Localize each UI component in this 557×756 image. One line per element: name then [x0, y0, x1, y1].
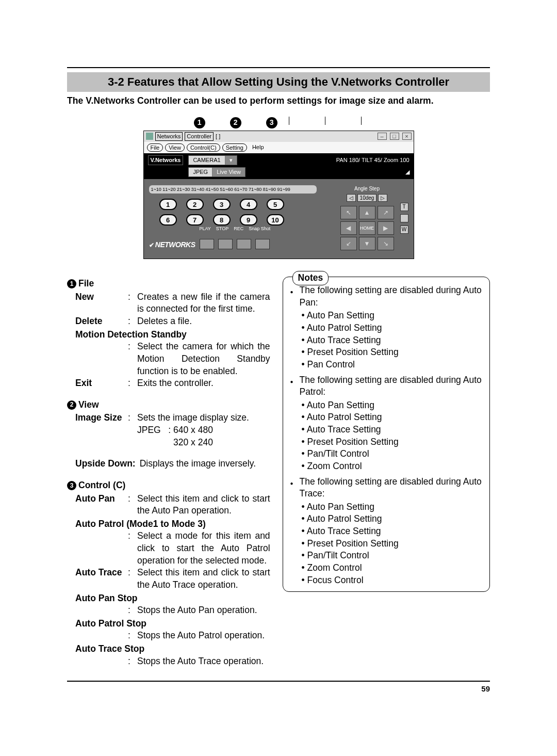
angle-step-label: Angle Step	[326, 185, 408, 192]
page-number: 59	[67, 684, 490, 694]
control-autopan-body: Select this item and click to start the …	[137, 493, 270, 517]
networks-logo: NETWORKS	[149, 240, 195, 250]
dpad-down-right[interactable]: ↘	[378, 237, 394, 250]
preset-4[interactable]: 4	[240, 199, 257, 210]
dpad-home[interactable]: HOME	[359, 221, 375, 235]
angle-step-left-icon[interactable]: ◁	[347, 194, 356, 202]
control-autopatrol-body: Select a mode for this item and click to…	[137, 530, 270, 567]
rec-button[interactable]	[237, 239, 251, 249]
notes-title: Notes	[292, 271, 329, 285]
notes-g3-item: Focus Control	[290, 574, 482, 587]
view-jpeg-2: 320 x 240	[67, 437, 270, 449]
notes-g1-item: Auto Pan Setting	[290, 310, 482, 322]
zoom-bar[interactable]	[400, 214, 408, 222]
titlebar-networks: Networks	[155, 132, 183, 141]
play-button[interactable]	[200, 239, 214, 249]
angle-step-right-icon[interactable]: ▷	[378, 194, 387, 202]
stop-button[interactable]	[218, 239, 233, 249]
notes-g1-item: Auto Patrol Setting	[290, 322, 482, 334]
menu-setting[interactable]: Setting	[222, 143, 247, 152]
preset-1[interactable]: 1	[159, 199, 177, 210]
preset-buttons: 1 2 3 4 5 6 7 8 9 10	[149, 199, 317, 226]
screenshot-figure: 1 2 3 Networks Controller [ ] – □ × File…	[67, 116, 490, 259]
ptz-dpad: ↖ ▲ ↗ ◀ HOME ▶ ↙ ▼ ↘	[326, 206, 408, 250]
preset-tabs[interactable]: 1~10 11~20 21~30 31~40 41~50 51~60 61~70…	[149, 185, 317, 194]
control-autopatrol-term: Auto Patrol (Mode1 to Mode 3)	[67, 518, 270, 530]
view-jpeg-1: JPEG : 640 x 480	[67, 424, 270, 437]
dpad-left[interactable]: ◀	[340, 221, 357, 235]
file-exit-body: Exits the controller.	[137, 377, 270, 390]
ptz-readout: PAN 180/ TILT 45/ Zoom 100	[336, 156, 409, 164]
notes-g3-item: Auto Patrol Setting	[290, 513, 482, 525]
control-autotrace-body: Select this item and click to start the …	[137, 567, 270, 591]
vnetworks-logo: V.Networks	[148, 155, 184, 165]
control-autopatrolstop-term: Auto Patrol Stop	[67, 618, 270, 630]
maximize-button[interactable]: □	[390, 133, 399, 140]
control-autopatrolstop-body: Stops the Auto Patrol operation.	[137, 630, 270, 642]
file-new-body: Creates a new file if the camera is conn…	[137, 291, 270, 315]
menu-view[interactable]: View	[165, 143, 185, 152]
notes-g2-item: Auto Pan Setting	[290, 399, 482, 412]
close-button[interactable]: ×	[402, 133, 412, 140]
file-mds-body: Select the camera for which the Motion D…	[137, 341, 270, 377]
dpad-up-left[interactable]: ↖	[340, 206, 357, 219]
preset-6[interactable]: 6	[159, 214, 177, 226]
preset-7[interactable]: 7	[186, 214, 204, 226]
view-upside-term: Upside Down:	[67, 458, 136, 470]
resize-handle[interactable]: ◢	[405, 168, 409, 176]
transport-labels: PLAY STOP REC Snap Shot	[159, 226, 317, 232]
control-autotracestop-body: Stops the Auto Trace operation.	[137, 655, 270, 668]
file-delete-body: Deletes a file.	[137, 315, 270, 328]
menu-bar: File View Control(C) Setting Help	[144, 142, 414, 154]
zoom-tele[interactable]: T	[400, 203, 408, 211]
preset-8[interactable]: 8	[213, 214, 231, 226]
callout-1: 1	[194, 117, 205, 128]
menu-control[interactable]: Control(C)	[187, 143, 220, 152]
section-title: 3-2 Features that Allow Setting Using th…	[67, 72, 490, 92]
file-mds-term: Motion Detection Standby	[67, 329, 270, 341]
format-selector[interactable]: JPEG Live View	[188, 167, 245, 177]
preset-2[interactable]: 2	[186, 199, 204, 210]
menu-help[interactable]: Help	[249, 143, 267, 152]
notes-g2-lead: The following setting are disabled durin…	[300, 374, 482, 398]
notes-g3-item: Auto Pan Setting	[290, 501, 482, 513]
camera-selector[interactable]: CAMERA1 ▾	[188, 155, 237, 165]
dpad-up[interactable]: ▲	[359, 206, 375, 219]
snapshot-button[interactable]	[255, 239, 270, 249]
notes-g2-item: Pan/Tilt Control	[290, 448, 482, 460]
group-control-head: 3Control (C)	[67, 479, 270, 492]
section-lead: The V.Networks Controller can be used to…	[67, 95, 490, 107]
view-imgsize-term: Image Size	[67, 412, 128, 424]
notes-g2-item: Auto Patrol Setting	[290, 411, 482, 424]
view-imgsize-body: Sets the image display size.	[137, 412, 270, 424]
window-titlebar: Networks Controller [ ] – □ ×	[144, 131, 414, 142]
zoom-wide[interactable]: W	[400, 226, 408, 234]
preset-10[interactable]: 10	[267, 214, 284, 226]
dpad-up-right[interactable]: ↗	[378, 206, 394, 219]
preset-3[interactable]: 3	[213, 199, 231, 210]
notes-g2-item: Preset Position Setting	[290, 436, 482, 448]
titlebar-suffix: [ ]	[216, 133, 220, 140]
group-view-head: 2View	[67, 399, 270, 411]
notes-g1-item: Preset Position Setting	[290, 346, 482, 359]
dpad-down[interactable]: ▼	[359, 237, 375, 250]
file-exit-term: Exit	[67, 377, 128, 390]
menu-file[interactable]: File	[147, 143, 163, 152]
preset-5[interactable]: 5	[267, 199, 284, 210]
dpad-down-left[interactable]: ↙	[340, 237, 357, 250]
minimize-button[interactable]: –	[378, 133, 387, 140]
view-upside-body: Displays the image inversely.	[136, 458, 270, 470]
group-file-head: 1File	[67, 278, 270, 290]
angle-step-control[interactable]: ◁ 10deg ▷	[326, 194, 408, 202]
dpad-right[interactable]: ▶	[378, 221, 394, 235]
notes-g1-lead: The following setting are disabled durin…	[300, 284, 482, 309]
preset-9[interactable]: 9	[240, 214, 257, 226]
control-autopanstop-body: Stops the Auto Pan operation.	[137, 604, 270, 617]
control-autopan-term: Auto Pan	[67, 493, 128, 505]
notes-g3-lead: The following setting are disabled durin…	[300, 476, 482, 500]
notes-g1-item: Pan Control	[290, 359, 482, 371]
camera-toolbar: V.Networks CAMERA1 ▾ PAN 180/ TILT 45/ Z…	[144, 153, 414, 167]
callout-2: 2	[230, 117, 241, 128]
control-autopanstop-term: Auto Pan Stop	[67, 592, 270, 605]
notes-g2-item: Zoom Control	[290, 460, 482, 473]
